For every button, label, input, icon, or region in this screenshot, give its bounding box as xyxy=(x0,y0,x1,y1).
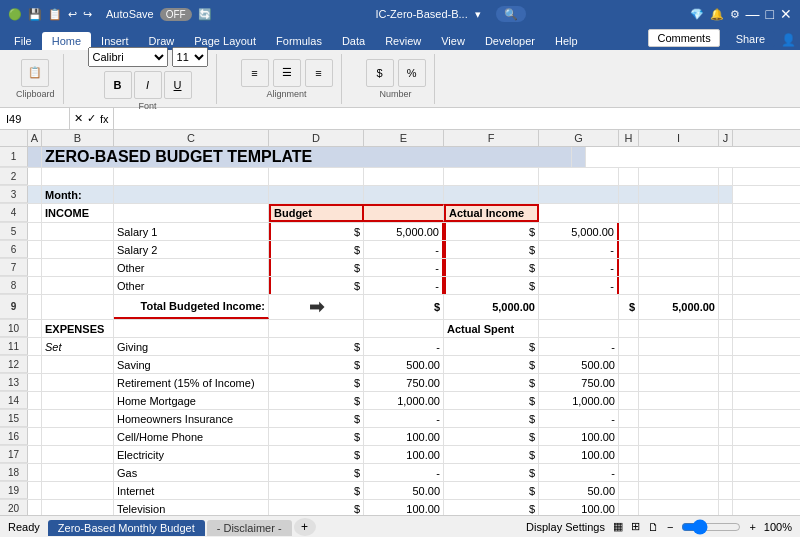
cell-b2[interactable] xyxy=(42,168,114,185)
font-size-select[interactable]: 11 xyxy=(172,47,208,67)
cell-e11[interactable]: - xyxy=(364,338,444,355)
cell-a3[interactable] xyxy=(28,186,42,203)
cell-e18[interactable]: - xyxy=(364,464,444,481)
tab-formulas[interactable]: Formulas xyxy=(266,32,332,50)
cell-i19[interactable] xyxy=(639,482,719,499)
cell-a10[interactable] xyxy=(28,320,42,337)
cell-g8[interactable]: - xyxy=(539,277,619,294)
cell-i3[interactable] xyxy=(639,186,719,203)
align-left-btn[interactable]: ≡ xyxy=(241,59,269,87)
view-page-icon[interactable]: 🗋 xyxy=(648,521,659,533)
cell-c9[interactable]: Total Budgeted Income: xyxy=(114,295,269,319)
close-icon[interactable]: ✕ xyxy=(780,6,792,22)
cell-j15[interactable] xyxy=(719,410,733,427)
cell-g2[interactable] xyxy=(539,168,619,185)
italic-btn[interactable]: I xyxy=(134,71,162,99)
cell-h16[interactable] xyxy=(619,428,639,445)
cell-i4[interactable] xyxy=(639,204,719,222)
cell-b19[interactable] xyxy=(42,482,114,499)
cell-f12[interactable]: $ xyxy=(444,356,539,373)
cell-d4[interactable]: Budget xyxy=(269,204,364,222)
cell-c17[interactable]: Electricity xyxy=(114,446,269,463)
cell-g12[interactable]: 500.00 xyxy=(539,356,619,373)
cell-e2[interactable] xyxy=(364,168,444,185)
maximize-icon[interactable]: □ xyxy=(766,6,774,22)
cell-c11[interactable]: Giving xyxy=(114,338,269,355)
cell-c14[interactable]: Home Mortgage xyxy=(114,392,269,409)
cell-f5[interactable]: $ xyxy=(444,223,539,240)
cell-d15[interactable]: $ xyxy=(269,410,364,427)
cell-b11[interactable]: Set xyxy=(42,338,114,355)
cell-i8[interactable] xyxy=(639,277,719,294)
cell-c15[interactable]: Homeowners Insurance xyxy=(114,410,269,427)
cell-b8[interactable] xyxy=(42,277,114,294)
redo-icon[interactable]: ↪ xyxy=(83,8,92,21)
name-box[interactable]: I49 xyxy=(0,108,70,129)
autosave-toggle[interactable]: OFF xyxy=(160,8,192,21)
cell-h3[interactable] xyxy=(619,186,639,203)
cell-a6[interactable] xyxy=(28,241,42,258)
cell-e4[interactable] xyxy=(364,204,444,222)
cell-i5[interactable] xyxy=(639,223,719,240)
cell-d9[interactable]: ➡ xyxy=(269,295,364,319)
cell-j17[interactable] xyxy=(719,446,733,463)
view-pagebreak-icon[interactable]: ⊞ xyxy=(631,520,640,533)
cell-i9[interactable]: 5,000.00 xyxy=(639,295,719,319)
cell-f2[interactable] xyxy=(444,168,539,185)
cell-d5[interactable]: $ xyxy=(269,223,364,240)
cell-d10[interactable] xyxy=(269,320,364,337)
cell-f9[interactable]: 5,000.00 xyxy=(444,295,539,319)
cell-g5[interactable]: 5,000.00 xyxy=(539,223,619,240)
cell-i13[interactable] xyxy=(639,374,719,391)
cell-f17[interactable]: $ xyxy=(444,446,539,463)
cell-b3[interactable]: Month: xyxy=(42,186,114,203)
cell-e10[interactable] xyxy=(364,320,444,337)
cell-h14[interactable] xyxy=(619,392,639,409)
cell-g6[interactable]: - xyxy=(539,241,619,258)
col-header-g[interactable]: G xyxy=(539,130,619,146)
cell-b17[interactable] xyxy=(42,446,114,463)
cell-a2[interactable] xyxy=(28,168,42,185)
cell-c2[interactable] xyxy=(114,168,269,185)
cell-a15[interactable] xyxy=(28,410,42,427)
cell-a1[interactable] xyxy=(28,147,42,167)
underline-btn[interactable]: U xyxy=(164,71,192,99)
cell-f11[interactable]: $ xyxy=(444,338,539,355)
cell-c4[interactable] xyxy=(114,204,269,222)
confirm-formula-icon[interactable]: ✓ xyxy=(87,112,96,125)
col-header-d[interactable]: D xyxy=(269,130,364,146)
cell-j2[interactable] xyxy=(719,168,733,185)
copy-icon[interactable]: 📋 xyxy=(48,8,62,21)
font-family-select[interactable]: Calibri xyxy=(88,47,168,67)
percent-btn[interactable]: % xyxy=(398,59,426,87)
cell-d12[interactable]: $ xyxy=(269,356,364,373)
cell-j11[interactable] xyxy=(719,338,733,355)
cell-b18[interactable] xyxy=(42,464,114,481)
minimize-icon[interactable]: — xyxy=(746,6,760,22)
cell-h4[interactable] xyxy=(619,204,639,222)
cell-b14[interactable] xyxy=(42,392,114,409)
cell-f19[interactable]: $ xyxy=(444,482,539,499)
cell-d11[interactable]: $ xyxy=(269,338,364,355)
cell-h2[interactable] xyxy=(619,168,639,185)
tab-developer[interactable]: Developer xyxy=(475,32,545,50)
cell-c6[interactable]: Salary 2 xyxy=(114,241,269,258)
cell-e5[interactable]: 5,000.00 xyxy=(364,223,444,240)
cell-j8[interactable] xyxy=(719,277,733,294)
cell-h6[interactable] xyxy=(619,241,639,258)
cell-a11[interactable] xyxy=(28,338,42,355)
cell-j14[interactable] xyxy=(719,392,733,409)
cell-c19[interactable]: Internet xyxy=(114,482,269,499)
cell-f6[interactable]: $ xyxy=(444,241,539,258)
cancel-formula-icon[interactable]: ✕ xyxy=(74,112,83,125)
cell-d8[interactable]: $ xyxy=(269,277,364,294)
zoom-out-icon[interactable]: − xyxy=(667,521,673,533)
cell-b13[interactable] xyxy=(42,374,114,391)
cell-h5[interactable] xyxy=(619,223,639,240)
cell-g19[interactable]: 50.00 xyxy=(539,482,619,499)
cell-d13[interactable]: $ xyxy=(269,374,364,391)
cell-f14[interactable]: $ xyxy=(444,392,539,409)
scroll-area[interactable]: 1 ZERO-BASED BUDGET TEMPLATE 2 3 Month: xyxy=(0,147,800,537)
cell-e15[interactable]: - xyxy=(364,410,444,427)
cell-a7[interactable] xyxy=(28,259,42,276)
